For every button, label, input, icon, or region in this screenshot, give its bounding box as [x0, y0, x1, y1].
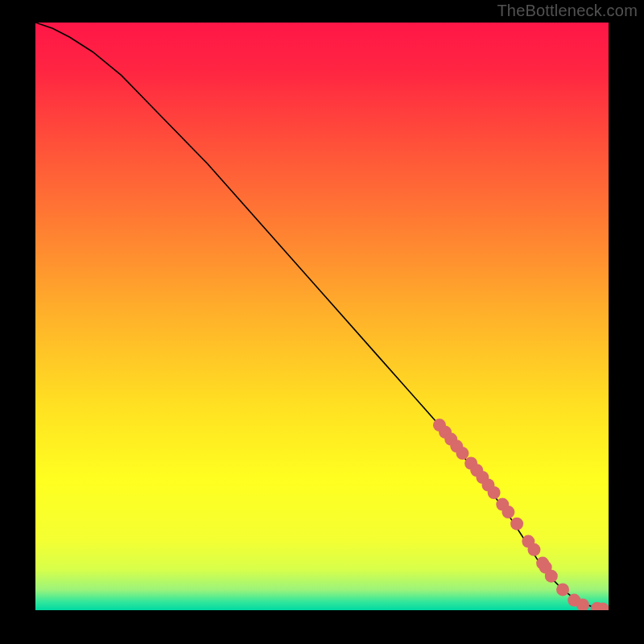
attribution-label: TheBottleneck.com — [497, 2, 638, 20]
marker-point — [456, 447, 469, 460]
curve-layer — [35, 23, 609, 610]
marker-point — [502, 506, 514, 518]
marker-point — [556, 583, 569, 596]
marker-point — [545, 570, 558, 583]
marker-point — [510, 518, 523, 530]
plot-area — [35, 23, 609, 610]
chart-frame: TheBottleneck.com — [0, 0, 644, 644]
curve-markers — [433, 419, 609, 610]
marker-point — [488, 486, 501, 499]
marker-point — [527, 543, 540, 556]
